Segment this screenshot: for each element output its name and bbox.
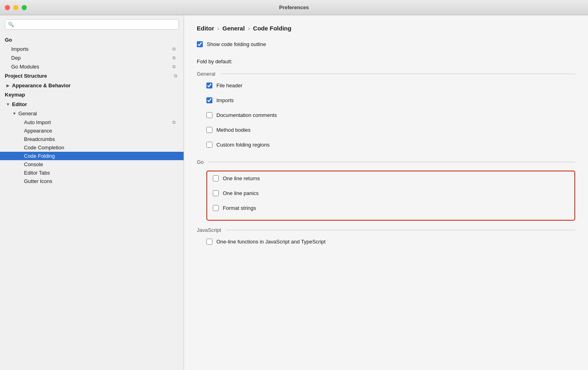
- sidebar: 🔍 Go Imports ⧉ Dep ⧉ Go Modules ⧉: [0, 15, 184, 370]
- go-section-label: Go: [197, 159, 204, 165]
- sidebar-item-dep-label: Dep: [11, 55, 169, 61]
- fold-default-label: Fold by default:: [197, 58, 575, 64]
- breadcrumb-code-folding: Code Folding: [253, 25, 292, 32]
- maximize-button[interactable]: [22, 5, 27, 10]
- sidebar-item-appearance[interactable]: Appearance: [0, 127, 184, 135]
- sidebar-item-appearance-behavior[interactable]: ▶ Appearance & Behavior: [0, 80, 184, 90]
- chevron-down-icon: ▼: [5, 101, 11, 107]
- file-header-label: File header: [216, 82, 242, 88]
- sidebar-item-console[interactable]: Console: [0, 160, 184, 169]
- copy-icon: ⧉: [171, 46, 177, 52]
- custom-folding-label: Custom folding regions: [216, 142, 270, 148]
- sidebar-item-code-folding[interactable]: Code Folding: [0, 152, 184, 160]
- breadcrumb-separator-2: ›: [248, 25, 250, 32]
- imports-row: Imports: [206, 97, 575, 103]
- doc-comments-checkbox[interactable]: [206, 112, 212, 118]
- sidebar-item-editor-tabs[interactable]: Editor Tabs: [0, 169, 184, 177]
- copy-icon: ⧉: [171, 63, 177, 70]
- javascript-section-label: JavaScript: [197, 227, 221, 233]
- file-header-checkbox[interactable]: [206, 82, 212, 88]
- file-header-row: File header: [206, 82, 575, 88]
- custom-folding-checkbox[interactable]: [206, 142, 212, 148]
- javascript-section-line: [226, 230, 575, 230]
- sidebar-item-auto-import-label: Auto Import: [24, 119, 169, 125]
- search-container: 🔍: [0, 15, 184, 34]
- sidebar-item-project-structure[interactable]: Project Structure ⧉: [0, 71, 184, 80]
- minimize-button[interactable]: [13, 5, 18, 10]
- copy-icon: ⧉: [171, 54, 177, 61]
- imports-label: Imports: [216, 97, 234, 103]
- imports-checkbox[interactable]: [206, 97, 212, 103]
- show-code-folding-row: Show code folding outline: [197, 41, 575, 47]
- sidebar-item-code-folding-label: Code Folding: [24, 153, 177, 159]
- sidebar-item-code-completion[interactable]: Code Completion: [0, 143, 184, 152]
- sidebar-item-editor[interactable]: ▼ Editor: [0, 99, 184, 109]
- sidebar-item-breadcrumbs-label: Breadcrumbs: [24, 136, 177, 142]
- sidebar-item-console-label: Console: [24, 161, 177, 167]
- javascript-section-divider: JavaScript: [197, 227, 575, 233]
- go-section-line: [208, 162, 575, 162]
- sidebar-item-gutter-icons[interactable]: Gutter Icons: [0, 177, 184, 185]
- close-button[interactable]: [5, 5, 10, 10]
- breadcrumb: Editor › General › Code Folding: [197, 25, 575, 32]
- one-line-returns-row: One line returns: [213, 175, 569, 181]
- one-line-functions-js-row: One-line functions in JavaScript and Typ…: [206, 239, 575, 245]
- one-line-returns-label: One line returns: [223, 175, 260, 181]
- sidebar-item-breadcrumbs[interactable]: Breadcrumbs: [0, 135, 184, 143]
- sidebar-content: Go Imports ⧉ Dep ⧉ Go Modules ⧉ Project …: [0, 34, 184, 370]
- format-strings-checkbox[interactable]: [213, 205, 219, 211]
- sidebar-item-appearance-behavior-label: Appearance & Behavior: [12, 82, 179, 88]
- sidebar-item-general[interactable]: ▼ General: [0, 109, 184, 118]
- one-line-functions-js-label: One-line functions in JavaScript and Typ…: [216, 239, 326, 245]
- chevron-right-icon: ▶: [5, 82, 11, 88]
- search-input[interactable]: [5, 19, 179, 30]
- general-checkboxes: File header Imports Documentation commen…: [206, 82, 575, 153]
- method-bodies-checkbox[interactable]: [206, 127, 212, 133]
- breadcrumb-general: General: [222, 25, 245, 32]
- sidebar-item-dep[interactable]: Dep ⧉: [0, 53, 184, 62]
- show-code-folding-label: Show code folding outline: [207, 41, 266, 47]
- sidebar-item-code-completion-label: Code Completion: [24, 145, 177, 151]
- titlebar: Preferences: [0, 0, 588, 15]
- sidebar-item-editor-label: Editor: [12, 101, 179, 107]
- general-section-line: [220, 74, 575, 74]
- one-line-functions-js-checkbox[interactable]: [206, 239, 212, 245]
- method-bodies-row: Method bodies: [206, 127, 575, 133]
- main-container: 🔍 Go Imports ⧉ Dep ⧉ Go Modules ⧉: [0, 15, 588, 370]
- sidebar-item-keymap[interactable]: Keymap: [0, 90, 184, 99]
- sidebar-item-imports[interactable]: Imports ⧉: [0, 44, 184, 53]
- search-icon: 🔍: [8, 22, 14, 27]
- content-area: Editor › General › Code Folding Show cod…: [184, 15, 588, 370]
- sidebar-item-appearance-label: Appearance: [24, 128, 177, 134]
- doc-comments-label: Documentation comments: [216, 112, 277, 118]
- sidebar-item-keymap-label: Keymap: [5, 92, 179, 98]
- window-title: Preferences: [279, 4, 309, 10]
- chevron-down-icon: ▼: [11, 110, 18, 117]
- sidebar-item-general-label: General: [18, 111, 177, 117]
- breadcrumb-editor: Editor: [197, 25, 214, 32]
- go-checkboxes-highlighted: One line returns One line panics Format …: [206, 171, 575, 221]
- one-line-panics-label: One line panics: [223, 190, 259, 196]
- sidebar-item-go[interactable]: Go: [0, 35, 184, 44]
- sidebar-item-editor-tabs-label: Editor Tabs: [24, 170, 177, 176]
- sidebar-item-go-modules-label: Go Modules: [11, 64, 169, 70]
- search-wrapper: 🔍: [5, 19, 179, 30]
- general-section-divider: General: [197, 71, 575, 77]
- format-strings-row: Format strings: [213, 205, 569, 211]
- sidebar-item-go-modules[interactable]: Go Modules ⧉: [0, 62, 184, 71]
- one-line-panics-row: One line panics: [213, 190, 569, 196]
- breadcrumb-separator-1: ›: [217, 25, 219, 32]
- sidebar-item-go-label: Go: [5, 37, 179, 43]
- one-line-returns-checkbox[interactable]: [213, 175, 219, 181]
- sidebar-item-imports-label: Imports: [11, 46, 169, 52]
- show-code-folding-checkbox[interactable]: [197, 41, 203, 47]
- general-section-label: General: [197, 71, 215, 77]
- one-line-panics-checkbox[interactable]: [213, 190, 219, 196]
- window-controls: [5, 5, 27, 10]
- custom-folding-row: Custom folding regions: [206, 142, 575, 148]
- sidebar-item-auto-import[interactable]: Auto Import ⧉: [0, 118, 184, 127]
- sidebar-item-gutter-icons-label: Gutter Icons: [24, 178, 177, 184]
- javascript-checkboxes: One-line functions in JavaScript and Typ…: [206, 239, 575, 249]
- copy-icon: ⧉: [171, 119, 177, 125]
- doc-comments-row: Documentation comments: [206, 112, 575, 118]
